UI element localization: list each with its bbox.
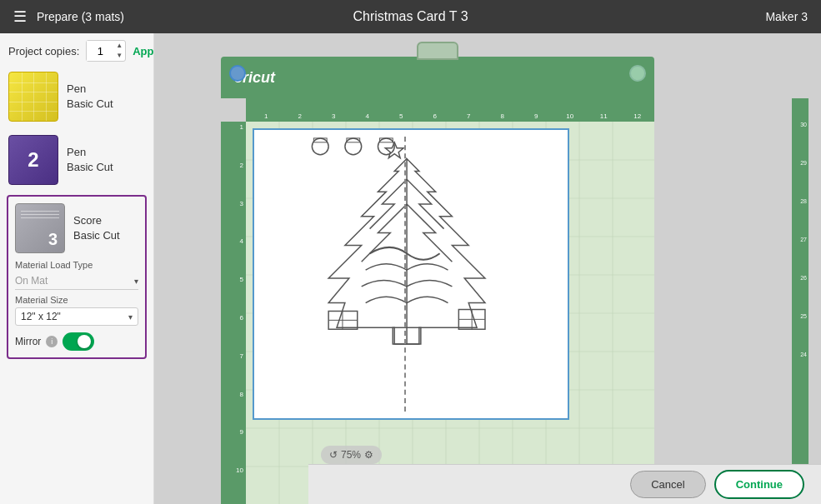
document-title: Christmas Card T 3: [353, 9, 468, 24]
left-scroll-area[interactable]: PenBasic Cut 2 Pen Basic Cut: [0, 65, 153, 504]
ruler-right: 30 29 28 27 26 25 24: [792, 98, 808, 504]
design-area: [253, 128, 569, 420]
mat-handle: [417, 42, 458, 60]
zoom-refresh-icon[interactable]: ↺: [329, 449, 338, 461]
menu-icon[interactable]: ☰: [13, 7, 27, 26]
mat-circle-right: [629, 65, 646, 82]
machine-label: Maker 3: [765, 10, 808, 23]
mat3-row[interactable]: 3 Score Basic Cut: [15, 203, 138, 253]
material-size-select[interactable]: 12" x 12" ▾: [15, 307, 138, 326]
main-layout: Project copies: ▲ ▼ Apply: [0, 33, 821, 504]
ruler-top: 1 2 3 4 5 6 7 8 9 10 11 12: [246, 98, 654, 122]
continue-button[interactable]: Continue: [714, 470, 804, 499]
cancel-button[interactable]: Cancel: [630, 471, 705, 498]
zoom-indicator: ↺ 75% ⚙: [321, 446, 382, 464]
size-chevron: ▾: [128, 312, 133, 322]
mirror-label: Mirror: [15, 336, 41, 347]
copies-input[interactable]: [87, 41, 113, 61]
material-load-type-label: Material Load Type: [15, 260, 138, 270]
mat3-label: Score Basic Cut: [73, 213, 120, 243]
zoom-level: 75%: [341, 449, 361, 461]
canvas-area: cricut 1 2 3 4 5 6 7 8 9 10 11 12 30 29 …: [154, 33, 821, 504]
apply-button[interactable]: Apply: [133, 45, 154, 57]
left-panel: Project copies: ▲ ▼ Apply: [0, 33, 154, 504]
mat2-item[interactable]: 2 Pen Basic Cut: [0, 128, 153, 192]
mat2-number: 2: [28, 148, 38, 172]
mat-circle-left: [229, 65, 246, 82]
mat2-label: Pen Basic Cut: [67, 145, 113, 175]
zoom-settings-icon[interactable]: ⚙: [364, 449, 373, 461]
project-copies-row: Project copies: ▲ ▼ Apply: [0, 33, 153, 65]
mat-grid-background: [246, 122, 654, 504]
mat1-item[interactable]: PenBasic Cut: [0, 65, 153, 128]
mirror-info-icon[interactable]: i: [46, 336, 58, 347]
project-copies-label: Project copies:: [8, 45, 79, 57]
header: ☰ Prepare (3 mats) Christmas Card T 3 Ma…: [0, 0, 821, 33]
mirror-row: Mirror i: [15, 332, 138, 351]
bottom-bar: Cancel Continue: [308, 464, 821, 504]
cut-line: [404, 137, 406, 412]
copies-up-arrow[interactable]: ▲: [113, 41, 125, 51]
material-load-type-value: On Mat ▾: [15, 272, 138, 290]
svg-point-21: [345, 138, 362, 155]
prepare-title: Prepare (3 mats): [37, 10, 124, 23]
mirror-toggle[interactable]: [63, 332, 94, 351]
svg-point-20: [312, 138, 328, 155]
christmas-tree-svg: [254, 130, 568, 418]
mat1-thumbnail: [8, 72, 58, 122]
copies-input-wrap: ▲ ▼: [86, 40, 126, 62]
mat2-thumbnail: 2: [8, 135, 58, 185]
mat3-selected-section: 3 Score Basic Cut Material Load Type On …: [7, 195, 147, 359]
copies-down-arrow[interactable]: ▼: [113, 51, 125, 61]
load-type-chevron: ▾: [134, 277, 138, 286]
mat1-label: PenBasic Cut: [67, 82, 113, 112]
copies-arrows: ▲ ▼: [113, 41, 125, 61]
ruler-left: 1 2 3 4 5 6 7 8 9 10: [221, 122, 246, 504]
mat3-number: 3: [48, 230, 58, 249]
svg-point-22: [378, 138, 394, 155]
mat3-thumbnail: 3: [15, 203, 65, 253]
cricut-mat-header: cricut: [221, 57, 654, 98]
material-size-label: Material Size: [15, 295, 138, 305]
